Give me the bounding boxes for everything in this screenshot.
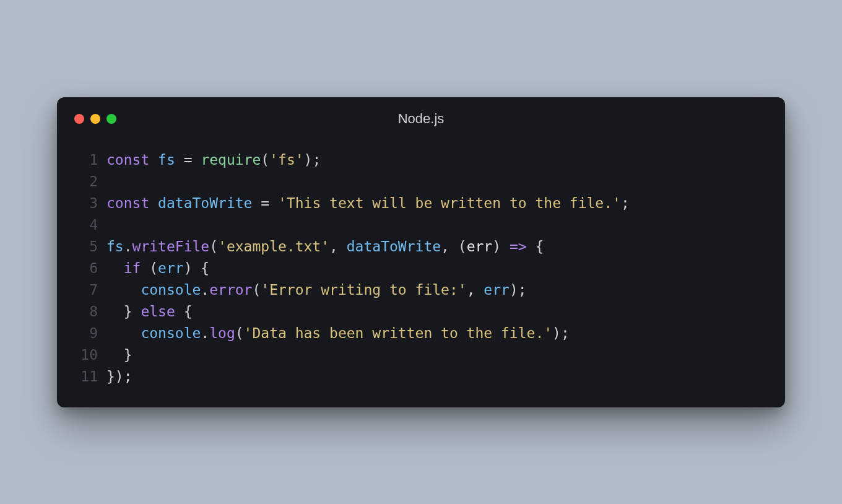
code-line: 8 } else { [74, 301, 768, 323]
code-line: 10 } [74, 344, 768, 366]
code-line: 7 console.error('Error writing to file:'… [74, 279, 768, 301]
code-line: 1const fs = require('fs'); [74, 149, 768, 171]
code-editor[interactable]: 1const fs = require('fs');23const dataTo… [74, 149, 768, 388]
traffic-lights [74, 114, 116, 124]
code-line: 6 if (err) { [74, 258, 768, 279]
maximize-icon[interactable] [106, 114, 116, 124]
line-number: 2 [74, 171, 106, 193]
line-number: 11 [74, 366, 106, 388]
code-line: 4 [74, 214, 768, 236]
line-number: 4 [74, 214, 106, 236]
close-icon[interactable] [74, 114, 84, 124]
line-number: 7 [74, 279, 106, 301]
editor-window: Node.js 1const fs = require('fs');23cons… [57, 97, 785, 407]
line-number: 1 [74, 149, 106, 171]
code-line: 11}); [74, 366, 768, 388]
line-number: 6 [74, 258, 106, 279]
line-content: if (err) { [106, 258, 209, 279]
line-content: } [106, 344, 132, 366]
code-line: 5fs.writeFile('example.txt', dataToWrite… [74, 236, 768, 258]
line-content: const fs = require('fs'); [106, 149, 321, 171]
line-content: } else { [106, 301, 192, 323]
line-number: 5 [74, 236, 106, 258]
line-number: 8 [74, 301, 106, 323]
minimize-icon[interactable] [90, 114, 100, 124]
code-line: 3const dataToWrite = 'This text will be … [74, 193, 768, 214]
titlebar: Node.js [74, 112, 768, 126]
line-number: 9 [74, 323, 106, 344]
line-number: 3 [74, 193, 106, 214]
window-title: Node.js [74, 111, 768, 127]
line-content: fs.writeFile('example.txt', dataToWrite,… [106, 236, 544, 258]
line-content: }); [106, 366, 132, 388]
line-number: 10 [74, 344, 106, 366]
line-content: console.log('Data has been written to th… [106, 323, 570, 344]
code-line: 9 console.log('Data has been written to … [74, 323, 768, 344]
code-line: 2 [74, 171, 768, 193]
line-content: const dataToWrite = 'This text will be w… [106, 193, 630, 214]
line-content: console.error('Error writing to file:', … [106, 279, 527, 301]
